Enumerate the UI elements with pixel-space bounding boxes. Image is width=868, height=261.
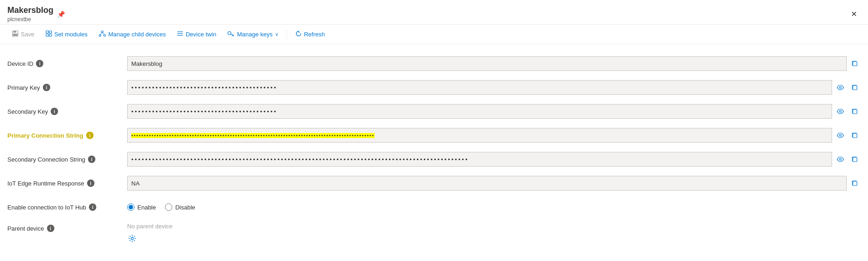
disable-radio-text: Disable — [175, 204, 195, 211]
enable-connection-info-icon[interactable]: i — [89, 203, 96, 211]
refresh-label: Refresh — [304, 31, 325, 38]
save-icon — [12, 30, 18, 38]
save-button[interactable]: Save — [7, 28, 39, 41]
close-button[interactable]: ✕ — [847, 8, 861, 20]
secondary-connection-string-row: Secondary Connection String i — [7, 151, 861, 168]
svg-rect-3 — [46, 31, 48, 33]
set-modules-button[interactable]: Set modules — [41, 28, 92, 41]
disable-radio-input[interactable] — [165, 203, 172, 211]
secondary-connection-string-input[interactable] — [127, 152, 832, 167]
primary-connection-string-copy-button[interactable] — [849, 130, 861, 140]
svg-rect-6 — [49, 34, 52, 36]
content-area: Device ID i Primary Key i — [0, 44, 868, 261]
set-modules-label: Set modules — [54, 31, 88, 38]
secondary-key-copy-button[interactable] — [849, 106, 861, 116]
title-left: Makersblog plcnextbe 📌 — [7, 6, 65, 23]
enable-connection-field-wrap: Enable Disable — [127, 203, 861, 211]
svg-point-29 — [131, 238, 134, 240]
disable-radio-label[interactable]: Disable — [165, 203, 195, 211]
enable-radio-input[interactable] — [127, 203, 135, 211]
secondary-key-field-wrap — [127, 104, 861, 119]
iot-edge-runtime-input[interactable] — [127, 176, 847, 191]
save-label: Save — [21, 31, 35, 38]
parent-device-label: Parent device i — [7, 223, 127, 232]
title-bar: Makersblog plcnextbe 📌 ✕ — [0, 0, 868, 25]
primary-key-label: Primary Key i — [7, 84, 127, 91]
secondary-connection-string-label: Secondary Connection String i — [7, 156, 127, 163]
secondary-connection-string-info-icon[interactable]: i — [88, 156, 95, 163]
manage-keys-button[interactable]: Manage keys ∨ — [223, 28, 282, 41]
iot-edge-runtime-copy-button[interactable] — [849, 178, 861, 188]
no-parent-text: No parent device — [127, 223, 172, 230]
device-id-field-wrap — [127, 56, 861, 71]
device-id-label: Device ID i — [7, 60, 127, 67]
primary-connection-string-visibility-button[interactable] — [834, 131, 847, 140]
app-subtitle: plcnextbe — [7, 16, 53, 23]
primary-connection-string-info-icon[interactable]: i — [86, 132, 94, 139]
enable-connection-label: Enable connection to IoT Hub i — [7, 203, 127, 211]
secondary-connection-string-field-wrap — [127, 152, 861, 167]
device-id-copy-button[interactable] — [849, 58, 861, 69]
modules-icon — [46, 30, 52, 38]
svg-rect-2 — [13, 34, 18, 36]
secondary-key-row: Secondary Key i — [7, 103, 861, 120]
svg-point-20 — [839, 87, 841, 88]
iot-edge-runtime-label: IoT Edge Runtime Response i — [7, 180, 127, 187]
svg-point-7 — [101, 31, 103, 33]
title-section: Makersblog plcnextbe — [7, 6, 53, 23]
iot-edge-runtime-row: IoT Edge Runtime Response i — [7, 175, 861, 191]
device-id-info-icon[interactable]: i — [36, 60, 43, 67]
device-twin-icon — [177, 30, 183, 38]
svg-rect-4 — [49, 31, 52, 33]
chevron-down-icon: ∨ — [275, 32, 278, 37]
svg-rect-28 — [853, 181, 857, 186]
refresh-button[interactable]: Refresh — [291, 28, 330, 41]
parent-device-gear-button[interactable] — [127, 233, 172, 244]
iot-edge-runtime-field-wrap — [127, 176, 861, 191]
enable-connection-row: Enable connection to IoT Hub i Enable Di… — [7, 199, 861, 215]
svg-rect-21 — [853, 86, 857, 90]
pin-icon[interactable]: 📌 — [57, 11, 65, 18]
svg-rect-23 — [853, 110, 857, 114]
parent-device-info-icon[interactable]: i — [47, 225, 54, 232]
child-devices-icon — [99, 30, 106, 38]
enable-connection-radio-group: Enable Disable — [127, 203, 195, 211]
svg-rect-25 — [853, 133, 857, 138]
secondary-key-visibility-button[interactable] — [834, 107, 847, 116]
secondary-connection-string-visibility-button[interactable] — [834, 155, 847, 164]
app-title: Makersblog — [7, 6, 53, 15]
svg-point-26 — [839, 158, 841, 160]
primary-key-row: Primary Key i — [7, 79, 861, 96]
secondary-key-input[interactable] — [127, 104, 832, 119]
svg-point-22 — [839, 110, 841, 112]
secondary-key-info-icon[interactable]: i — [51, 108, 58, 115]
secondary-key-label: Secondary Key i — [7, 108, 127, 115]
manage-child-devices-button[interactable]: Manage child devices — [94, 28, 170, 41]
svg-point-8 — [99, 35, 101, 36]
refresh-icon — [295, 30, 302, 38]
primary-connection-string-row: Primary Connection String i ••••••••••••… — [7, 127, 861, 144]
keys-icon — [227, 30, 235, 38]
svg-point-24 — [839, 134, 841, 136]
enable-radio-label[interactable]: Enable — [127, 203, 156, 211]
secondary-connection-string-copy-button[interactable] — [849, 154, 861, 164]
svg-point-9 — [104, 35, 106, 36]
device-twin-button[interactable]: Device twin — [172, 28, 221, 41]
svg-rect-27 — [853, 157, 857, 162]
svg-line-11 — [102, 33, 105, 35]
primary-connection-string-field-wrap: ••••••••••••••••••••••••••••••••••••••••… — [127, 128, 861, 143]
toolbar: Save Set modules Manage child devices — [0, 25, 868, 44]
parent-device-section: No parent device — [127, 223, 172, 244]
primary-key-field-wrap — [127, 80, 861, 95]
primary-key-visibility-button[interactable] — [834, 83, 847, 92]
device-twin-label: Device twin — [186, 31, 216, 38]
svg-point-15 — [228, 32, 231, 35]
device-id-input[interactable] — [127, 56, 847, 71]
primary-key-copy-button[interactable] — [849, 82, 861, 93]
toolbar-separator — [287, 30, 287, 39]
primary-key-info-icon[interactable]: i — [43, 84, 50, 91]
iot-edge-runtime-info-icon[interactable]: i — [87, 180, 94, 187]
parent-device-row: Parent device i No parent device — [7, 223, 861, 244]
primary-key-input[interactable] — [127, 80, 832, 95]
manage-keys-label: Manage keys — [237, 31, 272, 38]
